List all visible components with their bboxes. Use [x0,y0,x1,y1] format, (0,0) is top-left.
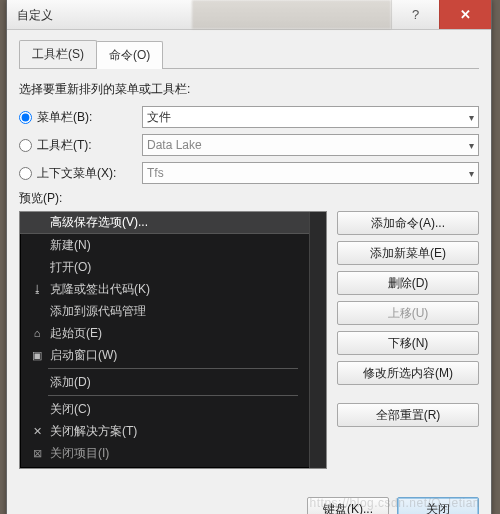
list-item-label: 打开(O) [48,259,314,276]
list-item-label: 关闭解决方案(T) [48,423,320,440]
instruction-label: 选择要重新排列的菜单或工具栏: [19,81,479,98]
list-item[interactable]: ⭳克隆或签出代码(K) [20,278,326,300]
context-combo-value: Tfs [147,166,164,180]
menubar-radio[interactable] [19,111,32,124]
list-item-label: 高级保存选项(V)... [48,214,320,231]
footer: 键盘(K)... 关闭 [19,479,479,514]
list-item-label: 添加(D) [48,374,314,391]
list-item[interactable]: ▣启动窗口(W) [20,344,326,366]
list-item-label: 新建(N) [48,237,314,254]
chevron-down-icon: ▾ [469,112,474,123]
menubar-label: 菜单栏(B): [37,109,142,126]
chevron-down-icon: ▾ [469,140,474,151]
context-row: 上下文菜单(X): Tfs ▾ [19,162,479,184]
titlebar-blur [192,0,391,29]
side-buttons: 添加命令(A)... 添加新菜单(E) 删除(D) 上移(U) 下移(N) 修改… [337,211,479,427]
list-item[interactable]: ⌂起始页(E) [20,322,326,344]
xs-icon: ⊠ [26,447,48,460]
move-down-button[interactable]: 下移(N) [337,331,479,355]
close-button[interactable]: 关闭 [397,497,479,514]
list-item-label: 克隆或签出代码(K) [48,281,320,298]
add-menu-button[interactable]: 添加新菜单(E) [337,241,479,265]
close-window-button[interactable]: ✕ [439,0,491,29]
list-item[interactable]: 打开(O)▸ [20,256,326,278]
x-icon: ✕ [26,425,48,438]
menubar-row: 菜单栏(B): 文件 ▾ [19,106,479,128]
list-item[interactable]: 添加(D)▸ [20,371,326,393]
list-item[interactable]: ⊠关闭项目(I) [20,442,326,464]
list-item-label: 起始页(E) [48,325,320,342]
customize-dialog: 自定义 ? ✕ 工具栏(S) 命令(O) 选择要重新排列的菜单或工具栏: 菜单栏… [6,0,492,514]
list-item-selected[interactable]: 高级保存选项(V)... [20,212,326,234]
list-item[interactable]: 新建(N)▸ [20,234,326,256]
chevron-down-icon: ▾ [469,168,474,179]
window-title: 自定义 [7,0,192,29]
modify-selection-button[interactable]: 修改所选内容(M) [337,361,479,385]
toolbar-row: 工具栏(T): Data Lake ▾ [19,134,479,156]
preview-area: 高级保存选项(V)... 新建(N)▸打开(O)▸⭳克隆或签出代码(K)添加到源… [19,211,479,469]
window-icon: ▣ [26,349,48,362]
tabstrip: 工具栏(S) 命令(O) [19,40,479,69]
delete-button[interactable]: 删除(D) [337,271,479,295]
list-item-label: 启动窗口(W) [48,347,320,364]
toolbar-label: 工具栏(T): [37,137,142,154]
list-item[interactable]: ✕关闭解决方案(T) [20,420,326,442]
toolbar-combo[interactable]: Data Lake ▾ [142,134,479,156]
context-label: 上下文菜单(X): [37,165,142,182]
toolbar-combo-value: Data Lake [147,138,202,152]
tab-toolbars[interactable]: 工具栏(S) [19,40,97,68]
keyboard-button[interactable]: 键盘(K)... [307,497,389,514]
list-item[interactable]: 关闭(C) [20,398,326,420]
list-item-label: 添加到源代码管理 [48,303,320,320]
toolbar-radio[interactable] [19,139,32,152]
dialog-body: 工具栏(S) 命令(O) 选择要重新排列的菜单或工具栏: 菜单栏(B): 文件 … [7,30,491,514]
preview-label: 预览(P): [19,190,479,207]
download-icon: ⭳ [26,283,48,295]
context-radio[interactable] [19,167,32,180]
list-item-label: 关闭(C) [48,401,320,418]
tab-commands[interactable]: 命令(O) [96,41,163,69]
menubar-combo[interactable]: 文件 ▾ [142,106,479,128]
add-command-button[interactable]: 添加命令(A)... [337,211,479,235]
titlebar: 自定义 ? ✕ [7,0,491,30]
help-button[interactable]: ? [391,0,439,29]
context-combo[interactable]: Tfs ▾ [142,162,479,184]
home-icon: ⌂ [26,327,48,339]
list-item-label: 关闭项目(I) [48,445,320,462]
preview-listbox[interactable]: 高级保存选项(V)... 新建(N)▸打开(O)▸⭳克隆或签出代码(K)添加到源… [19,211,327,469]
move-up-button[interactable]: 上移(U) [337,301,479,325]
list-divider [48,395,298,396]
scrollbar[interactable] [309,212,326,468]
reset-all-button[interactable]: 全部重置(R) [337,403,479,427]
menubar-combo-value: 文件 [147,109,171,126]
list-item[interactable]: 添加到源代码管理 [20,300,326,322]
list-divider [48,368,298,369]
